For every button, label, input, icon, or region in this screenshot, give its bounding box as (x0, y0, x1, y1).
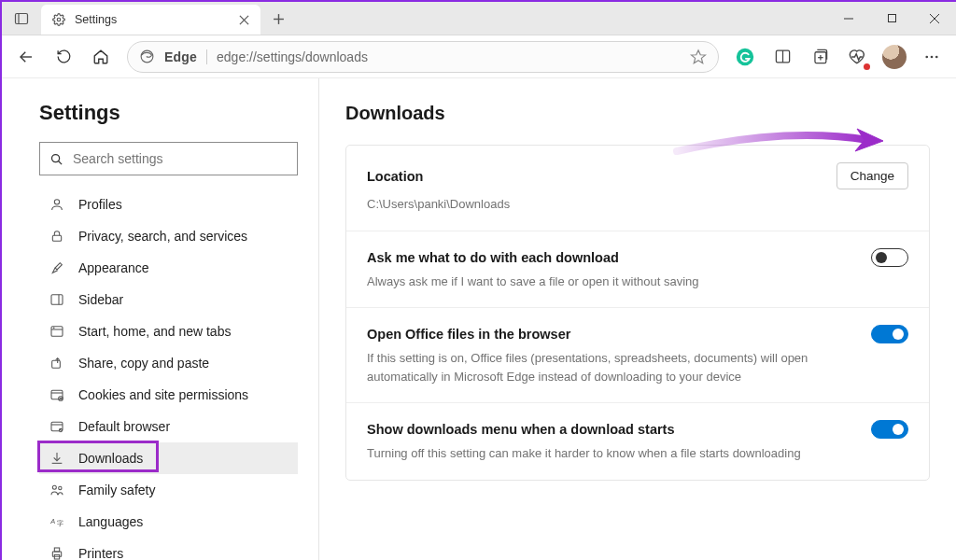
svg-text:A: A (49, 517, 55, 525)
toggle-switch[interactable] (871, 420, 908, 439)
svg-rect-29 (51, 327, 63, 337)
browser-tab[interactable]: Settings (41, 5, 260, 35)
svg-point-44 (59, 486, 62, 489)
svg-rect-47 (52, 552, 61, 556)
sidebar-item-cookies-and-site-permissions[interactable]: Cookies and site permissions (39, 379, 298, 411)
svg-point-21 (931, 55, 934, 58)
settings-search-input[interactable] (73, 151, 288, 166)
svg-rect-32 (52, 360, 61, 368)
profile-avatar[interactable] (878, 40, 911, 74)
sidebar-item-label: Printers (78, 546, 123, 560)
split-screen-icon[interactable] (766, 40, 799, 74)
sidebar-item-label: Family safety (78, 483, 155, 497)
sidebar-item-label: Share, copy and paste (78, 356, 209, 371)
svg-point-43 (52, 485, 56, 489)
sidebar-item-privacy-search-and-services[interactable]: Privacy, search, and services (39, 220, 298, 252)
window-controls (827, 2, 956, 35)
setting-title: Show downloads menu when a download star… (367, 422, 856, 437)
search-icon (49, 152, 63, 166)
refresh-button[interactable] (47, 40, 80, 74)
download-icon (49, 451, 65, 466)
collections-icon[interactable] (803, 40, 836, 74)
sidebar-item-languages[interactable]: A字Languages (39, 506, 298, 538)
tab-actions-icon[interactable] (2, 2, 41, 35)
setting-title: Open Office files in the browser (367, 327, 856, 342)
close-icon[interactable] (239, 15, 249, 25)
back-button[interactable] (9, 40, 43, 74)
sidebar-icon (49, 292, 65, 307)
svg-rect-8 (888, 15, 895, 22)
sidebar-item-start-home-and-new-tabs[interactable]: Start, home, and new tabs (39, 315, 298, 347)
settings-nav: ProfilesPrivacy, search, and servicesApp… (39, 189, 298, 560)
sidebar-item-label: Appearance (78, 260, 149, 275)
favorite-star-icon[interactable] (690, 49, 707, 65)
setting-description: Always ask me if I want to save a file o… (367, 273, 862, 291)
edge-label: Edge (164, 49, 197, 64)
minimize-button[interactable] (827, 2, 870, 35)
setting-card: Show downloads menu when a download star… (346, 403, 929, 480)
content-area: Settings ProfilesPrivacy, search, and se… (2, 78, 956, 560)
svg-point-25 (54, 200, 59, 204)
svg-rect-26 (52, 235, 61, 241)
svg-line-24 (59, 161, 63, 164)
lock-icon (49, 229, 65, 244)
setting-card: Open Office files in the browserIf this … (346, 308, 929, 403)
more-menu-icon[interactable] (915, 40, 949, 74)
address-text: edge://settings/downloads (217, 49, 681, 64)
svg-point-14 (737, 48, 753, 64)
sidebar-item-label: Start, home, and new tabs (78, 324, 231, 339)
settings-main: Downloads LocationChangeC:\Users\panki\D… (319, 78, 956, 560)
gear-icon (52, 13, 65, 26)
sidebar-item-label: Downloads (78, 451, 143, 466)
health-icon[interactable] (840, 40, 874, 74)
cookies-icon (49, 387, 65, 402)
sidebar-item-label: Cookies and site permissions (78, 387, 248, 402)
sidebar-item-default-browser[interactable]: Default browser (39, 411, 298, 442)
sidebar-item-label: Languages (78, 514, 143, 529)
address-bar[interactable]: Edge edge://settings/downloads (127, 41, 719, 73)
toggle-switch[interactable] (871, 248, 908, 267)
sidebar-item-label: Privacy, search, and services (78, 229, 247, 244)
sidebar-item-appearance[interactable]: Appearance (39, 252, 298, 284)
svg-rect-27 (51, 295, 63, 305)
toggle-switch[interactable] (871, 325, 908, 343)
profiles-icon (49, 197, 65, 212)
new-tab-button[interactable] (264, 5, 292, 33)
sidebar-item-sidebar[interactable]: Sidebar (39, 284, 298, 315)
page-title: Downloads (345, 103, 930, 124)
svg-point-20 (925, 55, 928, 58)
sidebar-item-downloads[interactable]: Downloads (39, 442, 298, 474)
sidebar-item-profiles[interactable]: Profiles (39, 189, 298, 220)
default-icon (49, 419, 65, 434)
settings-search[interactable] (39, 142, 298, 175)
annotation-arrow (672, 127, 887, 161)
home-button[interactable] (84, 40, 118, 74)
window-titlebar: Settings (2, 2, 956, 35)
tab-title: Settings (75, 13, 230, 26)
settings-sidebar: Settings ProfilesPrivacy, search, and se… (2, 78, 319, 560)
languages-icon: A字 (49, 514, 65, 529)
family-icon (49, 483, 65, 497)
svg-point-31 (53, 328, 54, 329)
extension-grammarly-icon[interactable] (728, 40, 762, 74)
home-icon (49, 324, 65, 339)
svg-point-22 (935, 55, 938, 58)
maximize-button[interactable] (870, 2, 913, 35)
svg-rect-0 (16, 13, 28, 23)
sidebar-item-label: Profiles (78, 197, 122, 212)
svg-rect-48 (54, 548, 59, 552)
browser-toolbar: Edge edge://settings/downloads (2, 35, 956, 78)
settings-panel: LocationChangeC:\Users\panki\DownloadsAs… (345, 145, 930, 481)
change-button[interactable]: Change (836, 162, 908, 189)
svg-marker-13 (692, 49, 706, 63)
sidebar-item-label: Default browser (78, 419, 170, 434)
setting-card: Ask me what to do with each downloadAlwa… (346, 231, 929, 309)
sidebar-item-printers[interactable]: Printers (39, 538, 298, 560)
appearance-icon (49, 260, 65, 275)
edge-logo-icon (139, 49, 155, 64)
close-window-button[interactable] (913, 2, 956, 35)
sidebar-item-family-safety[interactable]: Family safety (39, 474, 298, 506)
settings-heading: Settings (39, 101, 298, 125)
sidebar-item-share-copy-and-paste[interactable]: Share, copy and paste (39, 347, 298, 379)
setting-title: Ask me what to do with each download (367, 250, 856, 265)
